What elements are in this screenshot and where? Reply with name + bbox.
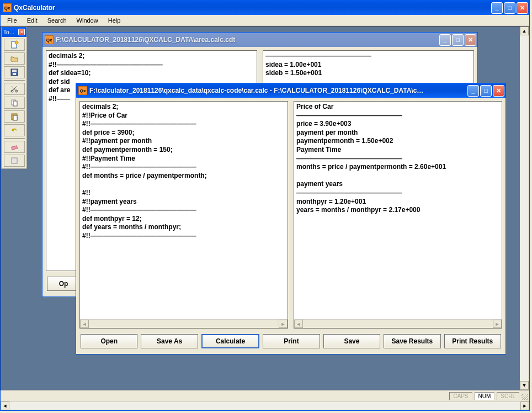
doc2-input-pane: decimals 2; #!!Price of Car #!!—————————…: [79, 101, 288, 329]
doc2-close-button[interactable]: ✕: [493, 85, 504, 97]
doc2-output-pane: Price of Car ———————————————— price = 3.…: [294, 101, 502, 329]
app-icon: Qx: [3, 3, 12, 12]
doc1-titlebar[interactable]: Qx F:\CALCULATOR_20181126\QXCALC_DATA\ar…: [42, 33, 477, 47]
save-results-button[interactable]: Save Results: [384, 334, 440, 348]
tool-open-button[interactable]: [4, 52, 25, 65]
scissors-icon: [10, 84, 19, 93]
svg-point-1: [15, 41, 18, 44]
minimize-button[interactable]: _: [491, 2, 503, 14]
status-caps: CAPS: [449, 392, 472, 400]
save-button[interactable]: Save: [323, 334, 380, 348]
open-button[interactable]: Open: [81, 334, 137, 348]
maximize-button[interactable]: □: [504, 2, 515, 14]
status-scrl: SCRL: [497, 392, 519, 400]
doc2-maximize-button[interactable]: □: [480, 85, 492, 97]
eraser-icon: [10, 142, 19, 151]
toolbox-close-button[interactable]: ✕: [18, 29, 25, 35]
menubar: File Edit Search Window Help: [1, 15, 529, 26]
scroll-up-icon[interactable]: ▲: [520, 27, 529, 35]
scroll-right-icon[interactable]: ►: [520, 401, 529, 410]
mdi-vscroll[interactable]: ▲ ▼: [520, 27, 529, 390]
main-titlebar: Qx QxCalculator _ □ ✕: [1, 1, 529, 15]
scroll-right-icon[interactable]: ►: [493, 320, 502, 328]
toolbox-title: To…: [3, 29, 15, 35]
tool-cut-button[interactable]: [4, 83, 25, 95]
svg-rect-11: [11, 146, 17, 150]
save-disk-icon: [10, 68, 19, 77]
main-hscroll[interactable]: ◄ ►: [1, 401, 529, 410]
svg-rect-10: [13, 115, 17, 120]
doc2-input-hscroll[interactable]: ◄ ►: [80, 319, 288, 328]
svg-rect-4: [13, 73, 16, 75]
svg-rect-12: [12, 158, 17, 163]
doc1-title: F:\CALCULATOR_20181126\QXCALC_DATA\area.…: [56, 36, 439, 44]
doc2-output-text: Price of Car ———————————————— price = 3.…: [294, 102, 502, 319]
square-icon: [10, 156, 19, 165]
mdi-area: To… ✕: [1, 26, 529, 390]
tool-paste-button[interactable]: [4, 110, 25, 123]
menu-search[interactable]: Search: [43, 16, 71, 25]
print-button[interactable]: Print: [263, 334, 320, 348]
doc-icon: Qx: [45, 35, 54, 44]
doc2-titlebar[interactable]: Qx F:\calculator_20181126\qxcalc_data\qx…: [76, 83, 506, 98]
scroll-left-icon[interactable]: ◄: [1, 401, 9, 410]
status-num: NUM: [475, 392, 495, 400]
undo-icon: [10, 126, 19, 135]
copy-icon: [10, 98, 19, 107]
doc1-minimize-button[interactable]: _: [439, 34, 451, 46]
app-title: QxCalculator: [14, 4, 491, 12]
tool-save-button[interactable]: [4, 66, 25, 78]
doc2-body: decimals 2; #!!Price of Car #!!—————————…: [76, 98, 506, 354]
toolbox: To… ✕: [1, 27, 27, 169]
svg-rect-3: [12, 70, 17, 72]
tool-undo-button[interactable]: [4, 124, 25, 136]
doc2-output-hscroll[interactable]: ◄ ►: [294, 319, 502, 328]
calculate-button[interactable]: Calculate: [201, 334, 259, 348]
tool-misc-button[interactable]: [4, 155, 25, 167]
menu-help[interactable]: Help: [104, 16, 125, 25]
doc1-open-button[interactable]: Op: [47, 277, 80, 291]
menu-file[interactable]: File: [3, 16, 22, 25]
tool-copy-button[interactable]: [4, 97, 25, 109]
main-window: Qx QxCalculator _ □ ✕ File Edit Search W…: [0, 0, 530, 411]
tool-clear-button[interactable]: [4, 141, 25, 153]
svg-rect-8: [13, 101, 17, 106]
close-button[interactable]: ✕: [517, 2, 528, 14]
doc1-close-button[interactable]: ✕: [465, 34, 476, 46]
tool-separator: [4, 80, 25, 81]
save-as-button[interactable]: Save As: [141, 334, 198, 348]
print-results-button[interactable]: Print Results: [444, 334, 501, 348]
toolbox-titlebar: To… ✕: [2, 27, 26, 37]
open-folder-icon: [10, 54, 19, 63]
menu-edit[interactable]: Edit: [23, 16, 42, 25]
menu-window[interactable]: Window: [72, 16, 103, 25]
statusbar: CAPS NUM SCRL: [1, 390, 529, 401]
doc2-button-row: Open Save As Calculate Print Save Save R…: [79, 332, 502, 351]
doc-icon: Qx: [78, 86, 87, 95]
scroll-right-icon[interactable]: ►: [279, 320, 288, 328]
scroll-down-icon[interactable]: ▼: [520, 381, 529, 390]
paste-icon: [10, 112, 19, 121]
tool-new-button[interactable]: [4, 39, 25, 51]
doc2-minimize-button[interactable]: _: [467, 85, 479, 97]
scroll-left-icon[interactable]: ◄: [80, 320, 89, 328]
doc-car-window: Qx F:\calculator_20181126\qxcalc_data\qx…: [76, 83, 506, 354]
doc2-title: F:\calculator_20181126\qxcalc_data\qxcal…: [89, 87, 467, 94]
resize-grip[interactable]: [522, 394, 528, 400]
doc1-maximize-button[interactable]: □: [452, 34, 464, 46]
new-doc-icon: [10, 40, 19, 49]
doc2-input-text[interactable]: decimals 2; #!!Price of Car #!!—————————…: [80, 102, 288, 319]
scroll-left-icon[interactable]: ◄: [294, 320, 303, 328]
tool-separator: [4, 138, 25, 139]
